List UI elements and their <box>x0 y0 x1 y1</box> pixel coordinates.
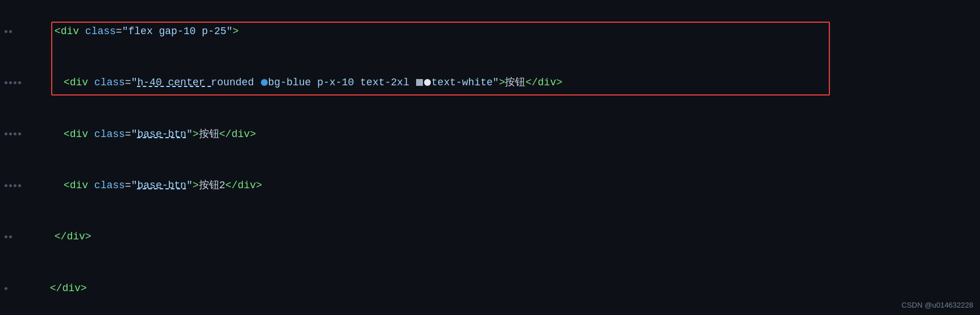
tag-name: div <box>70 129 88 140</box>
code-line-1: <div class="flex gap-10 p-25"> <box>0 6 980 57</box>
code-line-6: </div> <box>0 263 980 314</box>
line-content-5: </div> <box>15 213 980 262</box>
class-h40: h-40 center <box>137 77 211 88</box>
code-line-2: <div class="h-40 center rounded bg-blue … <box>0 57 980 108</box>
dot <box>18 132 21 135</box>
dot <box>9 184 12 187</box>
dot <box>18 184 21 187</box>
tag-end-open: </ <box>525 77 538 88</box>
tag-end-close: > <box>250 129 256 140</box>
eq: = <box>125 180 131 191</box>
watermark: CSDN @u014632228 <box>902 300 973 312</box>
class-basebtn: base-btn <box>137 129 186 140</box>
dot <box>5 235 7 238</box>
space <box>88 129 94 140</box>
line-content-6: </div> <box>11 264 980 313</box>
color-dot-white <box>424 79 431 86</box>
tag-end: </div> <box>50 283 87 294</box>
dot <box>5 132 7 135</box>
tag-name: div <box>70 180 88 191</box>
watermark-text: CSDN @u014632228 <box>902 301 973 309</box>
dot <box>14 81 16 84</box>
code-line-3: <div class="base-btn">按钮</div> <box>0 109 980 160</box>
code-line-5: </div> <box>0 212 980 263</box>
tag-end-close: > <box>556 77 562 88</box>
btn-text-3: 按钮2 <box>199 180 226 191</box>
eq: = <box>116 26 122 37</box>
tag-end-name: div <box>231 129 250 140</box>
class-basebtn2: base-btn <box>137 180 186 191</box>
dot <box>5 184 7 187</box>
line-content-4: <div class="base-btn">按钮2</div> <box>24 161 980 210</box>
code-line-4: <div class="base-btn">按钮2</div> <box>0 160 980 211</box>
tag-end-close: > <box>256 180 262 191</box>
dot <box>5 287 7 290</box>
tag-end: </div> <box>55 231 92 242</box>
tag-close-bracket: > <box>499 77 505 88</box>
class-textwhite: text-white <box>431 77 493 88</box>
tag-close-bracket: > <box>193 180 199 191</box>
line-content-2: <div class="h-40 center rounded bg-blue … <box>24 58 980 107</box>
eq: = <box>125 77 131 88</box>
quote-open: " <box>131 77 138 88</box>
line-dots-2 <box>0 81 21 84</box>
line-dots-3 <box>0 132 21 135</box>
tag-name: div <box>70 77 88 88</box>
class-bgblue: bg-blue p-x-10 text-2xl <box>268 77 416 88</box>
color-square-white <box>416 79 423 86</box>
tag-open: < <box>55 26 61 37</box>
quote-close: " <box>186 129 193 140</box>
eq: = <box>125 129 131 140</box>
tag-name: div <box>61 26 79 37</box>
tag-end-open: </ <box>219 129 232 140</box>
line-content-3: <div class="base-btn">按钮</div> <box>24 110 980 159</box>
quote-open: " <box>131 129 138 140</box>
quote-open: " <box>131 180 138 191</box>
dot <box>18 81 21 84</box>
tag-end-name: div <box>538 77 556 88</box>
quote-close: " <box>493 77 499 88</box>
tag-end-open: </ <box>225 180 238 191</box>
space <box>79 26 85 37</box>
btn-text-2: 按钮 <box>199 129 219 140</box>
line-content-1: <div class="flex gap-10 p-25"> <box>15 7 980 56</box>
dot <box>14 132 16 135</box>
tag-open: < <box>64 77 70 88</box>
line-dots-1 <box>0 30 12 33</box>
line-dots-5 <box>0 235 12 238</box>
line-dots-4 <box>0 184 21 187</box>
dot <box>9 235 12 238</box>
tag-close: > <box>232 26 239 37</box>
dot <box>9 81 12 84</box>
tag-open: < <box>64 129 70 140</box>
color-dot-blue <box>261 79 268 86</box>
editor-container: <div class="flex gap-10 p-25"> <div clas… <box>0 0 980 315</box>
attr-class: class <box>94 129 125 140</box>
btn-text-1: 按钮 <box>505 77 525 88</box>
attr-class: class <box>85 26 116 37</box>
dot <box>5 30 7 33</box>
attr-class: class <box>94 180 125 191</box>
attr-class: class <box>94 77 125 88</box>
dot <box>9 132 12 135</box>
dot <box>14 184 16 187</box>
space <box>88 77 94 88</box>
dot <box>5 81 7 84</box>
quote-close: " <box>186 180 193 191</box>
attr-val: "flex gap-10 p-25" <box>122 26 232 37</box>
space <box>88 180 94 191</box>
dot <box>9 30 12 33</box>
class-rounded: rounded <box>211 77 260 88</box>
line-dots-6 <box>0 287 7 290</box>
tag-open: < <box>64 180 70 191</box>
tag-close-bracket: > <box>193 129 199 140</box>
tag-end-name: div <box>238 180 256 191</box>
